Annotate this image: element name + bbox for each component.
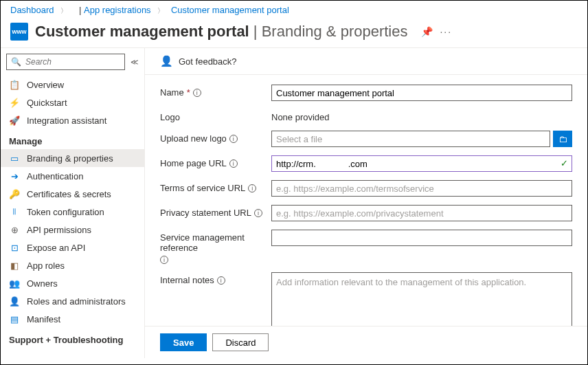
app-name: Customer management portal	[35, 23, 249, 40]
collapse-sidebar-icon[interactable]: ≪	[131, 58, 139, 67]
sidebar-item-api-permissions[interactable]: ⊕API permissions	[1, 221, 144, 239]
folder-icon: 🗀	[558, 134, 567, 144]
app-icon: www	[10, 23, 28, 41]
sidebar-item-manifest[interactable]: ▤Manifest	[1, 310, 144, 328]
checkmark-icon: ✓	[561, 158, 568, 168]
sidebar-item-quickstart[interactable]: ⚡Quickstart	[1, 93, 144, 111]
sidebar-section-manage: Manage	[1, 129, 144, 149]
nav-icon: ◧	[9, 260, 20, 271]
logo-label: Logo	[160, 112, 180, 122]
nav-icon: ⊕	[9, 224, 20, 235]
nav-icon: ▤	[9, 313, 20, 324]
chevron-right-icon: 〉	[157, 7, 164, 14]
nav-icon: 🔑	[9, 188, 20, 199]
info-icon[interactable]: i	[248, 184, 256, 192]
sidebar-item-branding-properties[interactable]: ▭Branding & properties	[1, 149, 144, 167]
nav-icon: 📋	[9, 79, 20, 90]
nav-label: Authentication	[27, 171, 83, 181]
nav-icon: 👥	[9, 278, 20, 289]
search-input[interactable]	[25, 57, 120, 67]
sidebar: 🔍 ≪ 📋Overview⚡Quickstart🚀Integration ass…	[1, 48, 145, 358]
sidebar-section-support: Support + Troubleshooting	[1, 328, 144, 348]
nav-icon: ⚡	[9, 97, 20, 108]
nav-label: Branding & properties	[27, 153, 113, 164]
nav-label: API permissions	[27, 225, 91, 235]
chevron-right-icon: 〉	[60, 7, 67, 14]
more-icon[interactable]: ···	[440, 26, 452, 37]
home-url-label: Home page URL	[160, 158, 227, 168]
nav-label: Quickstart	[27, 98, 67, 108]
breadcrumb-dashboard[interactable]: Dashboard	[10, 5, 54, 15]
pin-icon[interactable]: 📌	[421, 26, 433, 37]
nav-icon: 👤	[9, 296, 20, 307]
nav-label: Roles and administrators	[27, 296, 126, 307]
nav-label: Token configuration	[27, 207, 104, 217]
sidebar-item-authentication[interactable]: ➔Authentication	[1, 167, 144, 185]
tos-input[interactable]	[271, 180, 572, 197]
sidebar-item-overview[interactable]: 📋Overview	[1, 76, 144, 93]
sidebar-item-app-roles[interactable]: ◧App roles	[1, 256, 144, 274]
sidebar-item-integration-assistant[interactable]: 🚀Integration assistant	[1, 111, 144, 129]
sidebar-item-expose-an-api[interactable]: ⊡Expose an API	[1, 239, 144, 256]
sidebar-item-token-configuration[interactable]: ⫴Token configuration	[1, 203, 144, 221]
info-icon[interactable]: i	[229, 135, 238, 143]
main-content: 👤 Got feedback? Name * i Logo None provi…	[145, 48, 587, 358]
notes-textarea[interactable]	[271, 272, 572, 326]
nav-icon: ▭	[9, 153, 20, 164]
breadcrumb-app-registrations[interactable]: App registrations	[84, 5, 151, 15]
page-header: www Customer management portal | Brandin…	[1, 20, 587, 47]
svcref-label: Service management reference	[160, 232, 271, 253]
name-label: Name	[160, 87, 184, 98]
privacy-input[interactable]	[271, 205, 572, 221]
upload-label: Upload new logo	[160, 133, 227, 144]
nav-icon: ⫴	[9, 206, 20, 217]
sidebar-item-certificates-secrets[interactable]: 🔑Certificates & secrets	[1, 185, 144, 203]
discard-button[interactable]: Discard	[212, 333, 269, 351]
info-icon[interactable]: i	[160, 256, 168, 264]
nav-label: Overview	[27, 80, 64, 90]
name-input[interactable]	[271, 85, 572, 101]
feedback-icon: 👤	[160, 55, 173, 67]
home-url-input[interactable]	[271, 155, 572, 172]
notes-label: Internal notes	[160, 275, 214, 285]
tos-label: Terms of service URL	[160, 183, 245, 193]
nav-icon: ⊡	[9, 242, 20, 253]
privacy-label: Privacy statement URL	[160, 208, 251, 218]
search-icon: 🔍	[11, 57, 21, 67]
breadcrumb-current[interactable]: Customer management portal	[171, 5, 289, 15]
breadcrumb: Dashboard 〉 | App registrations 〉 Custom…	[1, 1, 587, 20]
page-title: Customer management portal | Branding & …	[35, 23, 407, 41]
info-icon[interactable]: i	[217, 276, 225, 285]
info-icon[interactable]: i	[229, 159, 238, 168]
search-input-wrapper[interactable]: 🔍	[6, 54, 125, 70]
nav-label: Certificates & secrets	[27, 189, 111, 199]
footer-bar: Save Discard	[145, 326, 587, 358]
upload-file-display[interactable]	[271, 131, 550, 147]
nav-label: Manifest	[27, 314, 60, 324]
svcref-input[interactable]	[271, 230, 572, 246]
save-button[interactable]: Save	[160, 333, 207, 351]
info-icon[interactable]: i	[193, 89, 201, 97]
sidebar-item-roles-and-administrators[interactable]: 👤Roles and administrators	[1, 292, 144, 310]
browse-file-button[interactable]: 🗀	[553, 131, 572, 147]
nav-icon: 🚀	[9, 115, 20, 126]
nav-label: Owners	[27, 278, 58, 289]
feedback-label: Got feedback?	[179, 56, 237, 67]
logo-value: None provided	[271, 109, 572, 122]
feedback-bar[interactable]: 👤 Got feedback?	[145, 48, 587, 75]
nav-icon: ➔	[9, 170, 20, 181]
sidebar-item-owners[interactable]: 👥Owners	[1, 274, 144, 292]
required-asterisk: *	[187, 87, 190, 98]
nav-label: App roles	[27, 261, 65, 271]
page-subtitle: Branding & properties	[262, 23, 408, 40]
nav-label: Expose an API	[27, 243, 85, 253]
info-icon[interactable]: i	[254, 209, 262, 217]
nav-label: Integration assistant	[27, 115, 106, 126]
